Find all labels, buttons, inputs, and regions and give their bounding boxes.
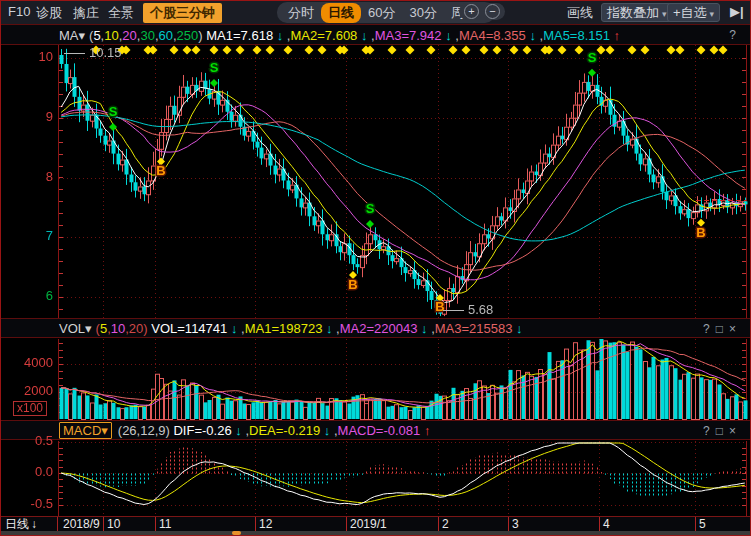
price-axis-label: 6 [11, 289, 53, 303]
macd-dropdown[interactable]: MACD▾ [59, 422, 112, 439]
draw-line-button[interactable]: 画线 [567, 4, 593, 22]
toolbar: F10 诊股 擒庄 全景 个股三分钟 分时 日线 60分 30分 周线▾ + −… [1, 1, 750, 24]
close-icon[interactable]: × [729, 322, 742, 336]
header-segment: MACD=-0.081 [338, 423, 421, 438]
add-favorite-button[interactable]: +自选▾ [667, 3, 720, 22]
month-label: 12 [259, 517, 272, 532]
month-separator [103, 517, 104, 532]
tab-30min[interactable]: 30分 [402, 3, 443, 23]
help-icon[interactable]: ? [729, 28, 742, 42]
volume-indicator-header: VOL▾(5,10,20) VOL=114741 ↓ ,MA1=198723 ↓… [1, 318, 750, 338]
price-chart-canvas[interactable] [1, 45, 750, 318]
maximize-icon[interactable]: □ [716, 322, 729, 336]
chevron-down-icon: ▾ [710, 9, 715, 19]
header-segment: 5 [93, 28, 100, 43]
window-bottom-edge [1, 531, 750, 535]
header-segment: 10 [111, 321, 125, 336]
price-axis-label: 7 [11, 229, 53, 243]
header-segment: ↑ [610, 28, 620, 43]
month-label: 2 [442, 517, 449, 532]
price-indicator-header: MA▾(5,10,20,30,60,250) MA1=7.618 ↓ ,MA2=… [1, 24, 750, 45]
header-segment: MA2=7.608 [290, 28, 357, 43]
price-axis-label: 9 [11, 110, 53, 124]
stock-3min-button[interactable]: 个股三分钟 [143, 3, 222, 23]
header-segment: ↓ [512, 321, 522, 336]
period-indicator[interactable]: 日线↓ [1, 517, 58, 532]
chevron-down-icon: ▾ [662, 9, 667, 19]
header-segment: ↓ [417, 321, 427, 336]
month-label: 2018/9 [63, 517, 100, 532]
header-segment: DIF=-0.26 [173, 423, 231, 438]
collapse-panel-icon[interactable]: ▶| [730, 4, 744, 19]
zoom-out-button[interactable]: − [485, 4, 500, 19]
macd-chart-canvas[interactable] [1, 441, 750, 516]
header-segment: (26,12,9) [118, 423, 174, 438]
month-separator [255, 517, 256, 532]
tab-realtime[interactable]: 分时 [281, 3, 321, 23]
volume-chart-canvas[interactable] [1, 339, 750, 420]
header-segment: ↑ [420, 423, 430, 438]
help-icon[interactable]: ? [703, 322, 716, 336]
index-overlay-button[interactable]: 指数叠加▾ [601, 3, 673, 22]
header-segment: , [242, 423, 249, 438]
close-icon[interactable]: × [729, 424, 742, 438]
macd-axis-label: 0.0 [11, 465, 53, 479]
header-segment: , [332, 321, 339, 336]
macd-axis-label: 0.5 [11, 434, 53, 448]
header-segment: ↓ [273, 28, 283, 43]
header-segment: ↓ [227, 321, 237, 336]
header-segment: ↓ [322, 321, 332, 336]
header-segment: MA3=215583 [435, 321, 513, 336]
header-segment: 20 [122, 28, 136, 43]
zoom-group: + − [459, 3, 505, 20]
header-segment: MA1=7.618 [206, 28, 273, 43]
ma-values: (5,10,20,30,60,250) MA1=7.618 ↓ ,MA2=7.6… [89, 28, 620, 43]
tab-60min[interactable]: 60分 [361, 3, 402, 23]
month-label: 2019/1 [350, 517, 387, 532]
header-segment: ↓ [320, 423, 330, 438]
menu-qinzhuang[interactable]: 擒庄 [73, 4, 99, 22]
month-separator [438, 517, 439, 532]
taskbar-peek-dot [232, 531, 241, 535]
help-icon[interactable]: ? [703, 424, 716, 438]
price-axis-label: 10 [11, 50, 53, 64]
month-label: 11 [159, 517, 171, 532]
month-label: 4 [603, 517, 610, 532]
header-segment: , [330, 423, 337, 438]
zoom-in-button[interactable]: + [464, 4, 479, 19]
header-segment: ↓ [357, 28, 367, 43]
menu-panorama[interactable]: 全景 [108, 4, 134, 22]
stock-chart-window: F10 诊股 擒庄 全景 个股三分钟 分时 日线 60分 30分 周线▾ + −… [0, 0, 751, 536]
header-segment: , [367, 28, 374, 43]
maximize-icon[interactable]: □ [716, 424, 729, 438]
header-segment: ↓ [442, 28, 452, 43]
down-arrow-icon: ↓ [31, 517, 37, 531]
month-separator [508, 517, 509, 532]
header-segment: , [452, 28, 459, 43]
header-segment: MA5=8.151 [543, 28, 610, 43]
tab-daily[interactable]: 日线 [321, 3, 361, 23]
header-segment: MA2=220043 [340, 321, 418, 336]
month-separator [599, 517, 600, 532]
macd-indicator-header: MACD▾(26,12,9) DIF=-0.26 ↓ ,DEA=-0.219 ↓… [1, 420, 750, 440]
header-segment: , [237, 321, 244, 336]
menu-f10[interactable]: F10 [8, 4, 30, 19]
header-segment: DEA=-0.219 [249, 423, 320, 438]
ma-dropdown[interactable]: MA▾ [59, 28, 85, 43]
vol-values: (5,10,20) VOL=114741 ↓ ,MA1=198723 ↓ ,MA… [96, 321, 523, 336]
header-segment: ↓ [232, 423, 242, 438]
macd-axis-label: -0.5 [11, 497, 53, 511]
macd-values: (26,12,9) DIF=-0.26 ↓ ,DEA=-0.219 ↓ ,MAC… [118, 423, 431, 438]
month-label: 3 [512, 517, 519, 532]
menu-diagnose[interactable]: 诊股 [36, 4, 62, 22]
month-separator [695, 517, 696, 532]
volume-unit-label: x100 [13, 401, 47, 416]
month-separator [155, 517, 156, 532]
header-segment: 20 [129, 321, 143, 336]
time-axis: 日线↓ 2018/91011122019/12345 [1, 516, 750, 531]
vol-dropdown[interactable]: VOL▾ [59, 321, 92, 336]
header-segment: 30 [140, 28, 154, 43]
header-segment: ↓ [526, 28, 536, 43]
header-segment: MA3=7.942 [375, 28, 442, 43]
header-segment: , [428, 321, 435, 336]
